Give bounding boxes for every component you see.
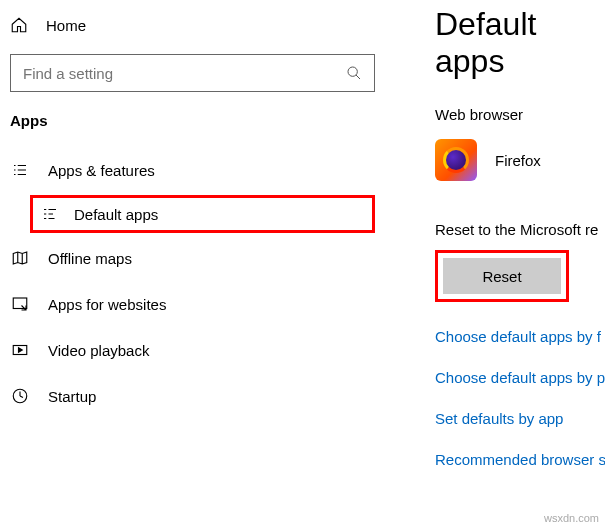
- sidebar: Home Apps Apps & features: [0, 0, 385, 530]
- sidebar-item-startup[interactable]: Startup: [0, 373, 385, 419]
- defaults-icon: [40, 205, 60, 223]
- browser-name: Firefox: [495, 152, 541, 169]
- search-box[interactable]: [10, 54, 375, 92]
- reset-description: Reset to the Microsoft re: [435, 221, 605, 238]
- search-icon: [346, 65, 362, 81]
- page-title: Default apps: [435, 0, 605, 106]
- search-input[interactable]: [23, 65, 328, 82]
- sidebar-item-video-playback[interactable]: Video playback: [0, 327, 385, 373]
- sidebar-item-label: Apps & features: [48, 162, 155, 179]
- default-browser-row[interactable]: Firefox: [435, 139, 605, 181]
- sidebar-item-label: Offline maps: [48, 250, 132, 267]
- section-title: Apps: [0, 112, 385, 147]
- svg-point-0: [348, 67, 357, 76]
- reset-highlight: Reset: [435, 250, 569, 302]
- firefox-icon: [435, 139, 477, 181]
- web-browser-label: Web browser: [435, 106, 605, 123]
- sidebar-item-label: Apps for websites: [48, 296, 166, 313]
- link-set-defaults-by-app[interactable]: Set defaults by app: [435, 410, 605, 427]
- startup-icon: [10, 387, 30, 405]
- sidebar-item-default-apps[interactable]: Default apps: [30, 195, 375, 233]
- video-icon: [10, 341, 30, 359]
- list-icon: [10, 161, 30, 179]
- sidebar-item-label: Startup: [48, 388, 96, 405]
- link-choose-by-protocol[interactable]: Choose default apps by p: [435, 369, 605, 386]
- home-icon: [10, 16, 28, 34]
- sidebar-item-label: Default apps: [74, 206, 158, 223]
- sidebar-item-apps-websites[interactable]: Apps for websites: [0, 281, 385, 327]
- reset-button[interactable]: Reset: [443, 258, 561, 294]
- websites-icon: [10, 295, 30, 313]
- svg-rect-1: [13, 298, 27, 309]
- home-label: Home: [46, 17, 86, 34]
- link-choose-by-filetype[interactable]: Choose default apps by f: [435, 328, 605, 345]
- link-recommended-browser[interactable]: Recommended browser s: [435, 451, 605, 468]
- sidebar-item-label: Video playback: [48, 342, 149, 359]
- watermark: wsxdn.com: [544, 512, 599, 524]
- home-nav[interactable]: Home: [0, 10, 385, 40]
- sidebar-item-offline-maps[interactable]: Offline maps: [0, 235, 385, 281]
- map-icon: [10, 249, 30, 267]
- main-content: Default apps Web browser Firefox Reset t…: [385, 0, 605, 530]
- sidebar-item-apps-features[interactable]: Apps & features: [0, 147, 385, 193]
